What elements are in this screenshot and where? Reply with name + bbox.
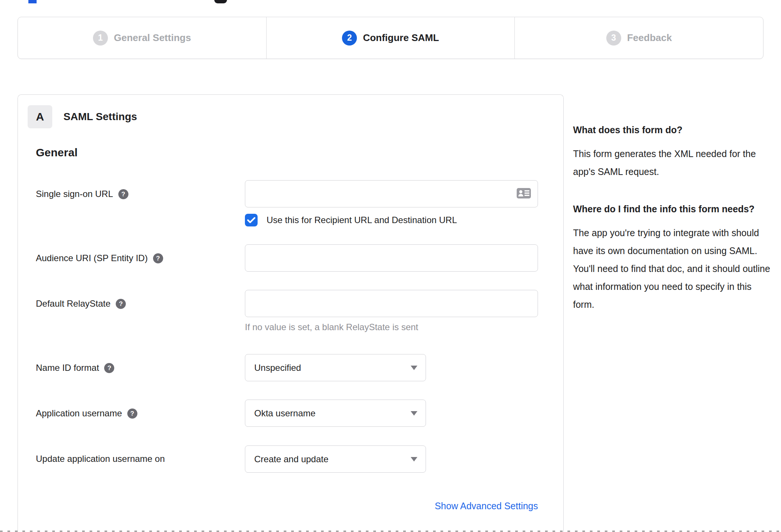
help-sidebar: What does this form do? This form genera…	[573, 123, 771, 313]
saml-form: Single sign-on URL ?	[36, 180, 538, 511]
name-id-format-help-icon[interactable]: ?	[104, 363, 114, 373]
sso-url-input[interactable]	[245, 180, 538, 207]
general-heading: General	[36, 146, 563, 159]
show-advanced-settings-link[interactable]: Show Advanced Settings	[435, 501, 538, 511]
cropped-icon-fragment	[214, 0, 227, 3]
step-2-number: 2	[342, 31, 357, 46]
chevron-down-icon	[411, 411, 417, 416]
panel-title: SAML Settings	[63, 111, 137, 123]
wizard-stepper: 1 General Settings 2 Configure SAML 3 Fe…	[18, 17, 763, 59]
sso-url-row: Single sign-on URL ?	[36, 180, 538, 226]
name-id-format-label: Name ID format	[36, 363, 99, 373]
relay-state-help-icon[interactable]: ?	[116, 299, 126, 309]
application-username-help-icon[interactable]: ?	[127, 409, 137, 419]
update-username-select[interactable]: Create and update	[245, 445, 426, 473]
update-username-label-wrap: Update application username on	[36, 445, 245, 464]
name-id-format-select[interactable]: Unspecified	[245, 354, 426, 381]
step-2-label: Configure SAML	[363, 32, 439, 44]
step-3-number: 3	[606, 31, 621, 46]
sso-url-help-icon[interactable]: ?	[118, 189, 128, 199]
step-feedback[interactable]: 3 Feedback	[514, 17, 763, 59]
recipient-url-checkbox-row: Use this for Recipient URL and Destinati…	[245, 214, 538, 226]
application-username-label: Application username	[36, 408, 122, 419]
audience-uri-label: Audience URI (SP Entity ID)	[36, 253, 148, 263]
sidebar-question-2: Where do I find the info this form needs…	[573, 202, 771, 216]
relay-state-row: Default RelayState ? If no value is set,…	[36, 290, 538, 332]
chevron-down-icon	[411, 366, 417, 370]
sso-url-label-wrap: Single sign-on URL ?	[36, 180, 245, 199]
name-id-format-label-wrap: Name ID format ?	[36, 354, 245, 373]
application-username-select[interactable]: Okta username	[245, 400, 426, 427]
contact-card-icon	[516, 188, 531, 200]
application-username-label-wrap: Application username ?	[36, 400, 245, 419]
audience-uri-row: Audience URI (SP Entity ID) ?	[36, 244, 538, 272]
audience-uri-input[interactable]	[245, 244, 538, 272]
chevron-down-icon	[411, 457, 417, 461]
step-3-label: Feedback	[627, 32, 672, 44]
update-username-value: Create and update	[254, 454, 329, 464]
recipient-url-checkbox[interactable]	[245, 214, 258, 226]
update-username-label: Update application username on	[36, 454, 165, 464]
recipient-url-checkbox-label: Use this for Recipient URL and Destinati…	[267, 215, 457, 225]
sidebar-question-1: What does this form do?	[573, 123, 771, 137]
sidebar-answer-1: This form generates the XML needed for t…	[573, 145, 771, 181]
dotted-crop-line	[0, 531, 781, 532]
panel-header: A SAML Settings	[28, 105, 563, 128]
step-general-settings[interactable]: 1 General Settings	[18, 17, 266, 59]
cropped-logo-fragment	[28, 0, 37, 3]
application-username-value: Okta username	[254, 408, 315, 419]
relay-state-label-wrap: Default RelayState ?	[36, 290, 245, 309]
relay-state-input[interactable]	[245, 290, 538, 317]
name-id-format-row: Name ID format ? Unspecified	[36, 354, 538, 381]
step-configure-saml[interactable]: 2 Configure SAML	[266, 17, 515, 59]
relay-state-hint: If no value is set, a blank RelayState i…	[245, 322, 538, 332]
sidebar-answer-2: The app you're trying to integrate with …	[573, 224, 771, 313]
sso-url-label: Single sign-on URL	[36, 189, 113, 199]
name-id-format-value: Unspecified	[254, 363, 301, 373]
audience-uri-help-icon[interactable]: ?	[153, 253, 163, 263]
relay-state-label: Default RelayState	[36, 298, 111, 309]
update-username-row: Update application username on Create an…	[36, 445, 538, 473]
audience-uri-label-wrap: Audience URI (SP Entity ID) ?	[36, 244, 245, 263]
saml-settings-panel: A SAML Settings General Single sign-on U…	[18, 94, 564, 532]
section-a-badge: A	[28, 105, 52, 128]
application-username-row: Application username ? Okta username	[36, 400, 538, 427]
step-1-number: 1	[93, 31, 108, 46]
step-1-label: General Settings	[114, 32, 191, 44]
